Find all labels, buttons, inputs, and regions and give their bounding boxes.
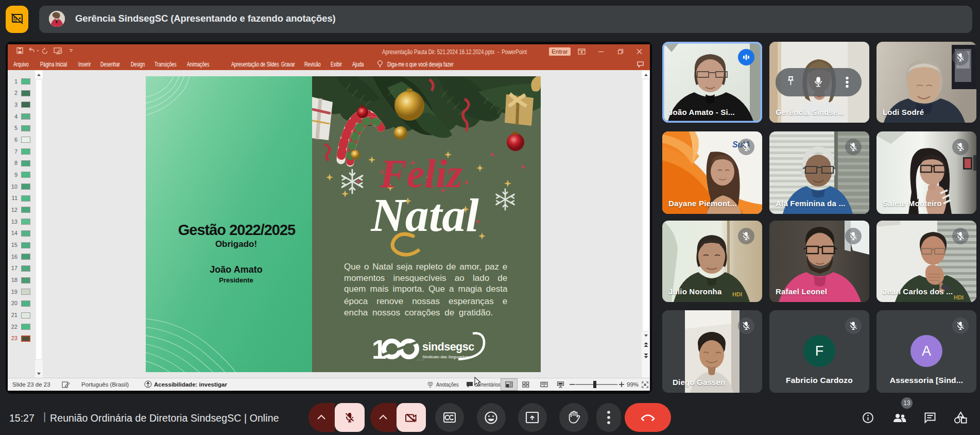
- svg-text:quem mais importa. Que a magia: quem mais importa. Que a magia desta: [344, 284, 508, 294]
- svg-text:Natal: Natal: [370, 189, 479, 241]
- svg-text:sindsegsc: sindsegsc: [422, 341, 474, 353]
- svg-text:encha nossos corações de grati: encha nossos corações de gratidão.: [344, 308, 493, 317]
- svg-text:época renove nossas esperanças: época renove nossas esperanças e: [344, 296, 507, 306]
- svg-text:Sindicato das Seguradoras: Sindicato das Seguradoras: [422, 355, 472, 359]
- svg-text:HDI: HDI: [954, 294, 964, 300]
- svg-text:HDI: HDI: [732, 291, 742, 297]
- svg-text:momentos inesquecíveis ao lado: momentos inesquecíveis ao lado de: [344, 273, 507, 283]
- svg-text:Que o Natal seja repleto de am: Que o Natal seja repleto de amor, paz e: [344, 262, 507, 272]
